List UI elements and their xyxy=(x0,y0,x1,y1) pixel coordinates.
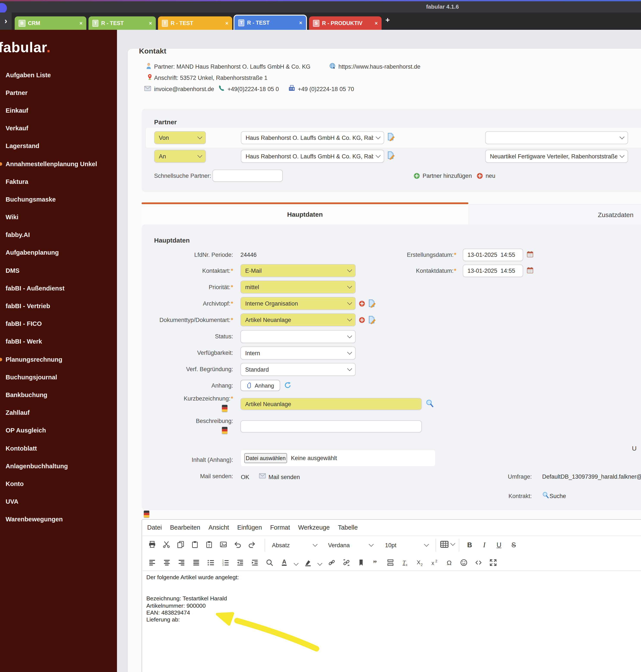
kontaktart-select[interactable]: E-Mail xyxy=(241,264,356,277)
sidebar-item-fabbi-werk[interactable]: fabBI - Werk xyxy=(0,333,117,351)
editor-menu-bearbeiten[interactable]: Bearbeiten xyxy=(170,524,200,531)
kurzbezeichnung-input[interactable]: Artikel Neuanlage xyxy=(241,398,422,410)
editor-menu-datei[interactable]: Datei xyxy=(147,524,162,531)
tab-hauptdaten[interactable]: Hauptdaten xyxy=(141,204,468,224)
table-button[interactable] xyxy=(440,539,449,549)
sidebar-item-fabbi-fico[interactable]: fabBI - FICO xyxy=(0,315,117,332)
list-ol-icon[interactable]: 123 xyxy=(221,557,230,567)
bookmark-icon[interactable] xyxy=(356,557,366,567)
editor-menu-ansicht[interactable]: Ansicht xyxy=(208,524,229,531)
magnifier-icon[interactable] xyxy=(542,492,549,498)
new-partner-button[interactable]: neu xyxy=(477,173,495,179)
align-left-icon[interactable] xyxy=(148,557,157,567)
quick-search-input[interactable] xyxy=(213,169,283,182)
highlight-icon[interactable] xyxy=(303,557,313,567)
verfuegbarkeit-select[interactable]: Intern xyxy=(241,346,356,359)
sidebar-item-planungsrechnung[interactable]: Planungsrechnung xyxy=(0,351,117,368)
sidebar-item-fabbi-vertrieb[interactable]: fabBI - Vertrieb xyxy=(0,297,117,315)
redo-icon[interactable] xyxy=(247,539,256,549)
align-justify-icon[interactable] xyxy=(192,557,201,567)
doc-edit-icon[interactable] xyxy=(387,151,395,160)
sidebar-item-konto[interactable]: Konto xyxy=(0,475,117,493)
bold-button[interactable]: B xyxy=(463,539,476,551)
undo-icon[interactable] xyxy=(233,539,242,549)
page-break-icon[interactable] xyxy=(386,557,395,567)
partner-an-partner-select[interactable]: Haus Rabenhorst O. Lauffs GmbH & Co. KG,… xyxy=(241,150,384,163)
sidebar-item-aufgabenplanung[interactable]: Aufgabenplanung xyxy=(0,244,117,262)
browser-tab-crm[interactable]: BCRM× xyxy=(15,16,86,30)
editor-menu-einf-gen[interactable]: Einfügen xyxy=(237,524,262,531)
sidebar-item-verkauf[interactable]: Verkauf xyxy=(0,119,117,137)
font-family-select[interactable]: Verdana xyxy=(324,539,377,551)
partner-von-partner-select[interactable]: Haus Rabenhorst O. Lauffs GmbH & Co. KG,… xyxy=(241,131,384,144)
sidebar-item-kontoblatt[interactable]: Kontoblatt xyxy=(0,439,117,457)
editor-content[interactable]: Der folgende Artikel wurde angelegt:Beze… xyxy=(146,574,239,624)
browser-tab-r-test[interactable]: TR - TEST× xyxy=(233,15,307,30)
list-ul-icon[interactable] xyxy=(206,557,215,567)
indent-icon[interactable] xyxy=(250,557,259,567)
sidebar-item-dms[interactable]: DMS xyxy=(0,262,117,279)
link-icon[interactable] xyxy=(327,557,336,567)
sidebar-item-bankbuchung[interactable]: Bankbuchung xyxy=(0,386,117,404)
sidebar-item-einkauf[interactable]: Einkauf xyxy=(0,102,117,119)
sidebar-item-buchungsmaske[interactable]: Buchungsmaske xyxy=(0,191,117,208)
doc-edit-icon[interactable] xyxy=(368,299,376,308)
align-center-icon[interactable] xyxy=(162,557,172,567)
calendar-icon[interactable] xyxy=(527,251,533,258)
sidebar-item-annahmestellenplanung-unkel[interactable]: Annahmestellenplanung Unkel xyxy=(0,155,117,173)
partner-an-contact-select[interactable]: Neuartikel Fertigware Verteiler, Rabenho… xyxy=(485,150,628,163)
copy-icon[interactable] xyxy=(176,539,185,549)
paste-text-icon[interactable]: T xyxy=(205,539,214,549)
new-tab-button[interactable]: + xyxy=(385,16,390,25)
sidebar-item-buchungsjournal[interactable]: Buchungsjournal xyxy=(0,368,117,386)
erstellungsdatum-input[interactable]: 13-01-2025 14:55 xyxy=(463,249,523,261)
cut-icon[interactable] xyxy=(162,539,171,549)
sidebar-item-wiki[interactable]: Wiki xyxy=(0,208,117,226)
emoticon-icon[interactable] xyxy=(459,557,468,567)
plus-red-icon[interactable] xyxy=(359,317,365,323)
contact-url[interactable]: https://www.haus-rabenhorst.de xyxy=(338,64,420,70)
sidebar-item-warenbewegungen[interactable]: Warenbewegungen xyxy=(0,510,117,528)
chevron-down-icon[interactable] xyxy=(317,561,323,566)
browser-tab-r-test[interactable]: TR - TEST× xyxy=(158,16,232,30)
chevron-down-icon[interactable] xyxy=(294,561,299,566)
forecolor-icon[interactable]: A xyxy=(280,557,289,567)
font-size-select[interactable]: 10pt xyxy=(381,539,432,551)
kontrakt-suche-link[interactable]: Suche xyxy=(549,493,566,499)
sidebar-item-op-ausgleich[interactable]: OP Ausgleich xyxy=(0,422,117,439)
partner-direction-an-select[interactable]: An xyxy=(154,150,206,163)
sidebar-item-faktura[interactable]: Faktura xyxy=(0,173,117,190)
strikethrough-button[interactable]: S xyxy=(507,539,520,551)
align-right-icon[interactable] xyxy=(177,557,186,567)
file-select-button[interactable]: Datei auswählen xyxy=(244,453,287,463)
underline-button[interactable]: U xyxy=(492,539,505,551)
tab-close-icon[interactable]: × xyxy=(371,20,378,26)
clear-format-icon[interactable]: Tx xyxy=(400,557,410,567)
verf-begruendung-select[interactable]: Standard xyxy=(241,363,356,376)
italic-button[interactable]: I xyxy=(478,539,491,551)
sidebar-item-fabby-ai[interactable]: fabby.AI xyxy=(0,226,117,244)
magnifier-icon[interactable] xyxy=(426,399,434,408)
beschreibung-input[interactable] xyxy=(241,420,422,433)
search-icon[interactable] xyxy=(265,557,274,567)
archivtopf-select[interactable]: Interne Organisation xyxy=(241,297,356,310)
sidebar-item-aufgaben-liste[interactable]: Aufgaben Liste xyxy=(0,66,117,84)
add-partner-button[interactable]: Partner hinzufügen xyxy=(413,173,472,179)
outdent-icon[interactable] xyxy=(236,557,245,567)
editor-menu-tabelle[interactable]: Tabelle xyxy=(338,524,358,531)
kontaktdatum-input[interactable]: 13-01-2025 14:55 xyxy=(463,264,523,277)
contact-email[interactable]: invoice@rabenhorst.de xyxy=(154,86,214,92)
sidebar-item-zahllauf[interactable]: Zahllauf xyxy=(0,404,117,422)
plus-red-icon[interactable] xyxy=(359,300,365,307)
paste-icon[interactable] xyxy=(190,539,200,549)
status-select[interactable] xyxy=(241,330,356,343)
sidebar-item-fabbi-au-endienst[interactable]: fabBI - Außendienst xyxy=(0,279,117,297)
browser-tab-r-test[interactable]: TR - TEST× xyxy=(88,16,156,30)
print-icon[interactable] xyxy=(148,539,157,549)
partner-von-contact-select[interactable] xyxy=(485,131,628,144)
browser-tab-r-produktiv[interactable]: SR - PRODUKTIV× xyxy=(309,16,382,30)
block-format-select[interactable]: Absatz xyxy=(268,539,321,551)
image-icon[interactable] xyxy=(219,539,228,549)
tab-zusatzdaten[interactable]: Zusatzdaten xyxy=(468,204,641,225)
superscript-icon[interactable]: x2 xyxy=(430,557,439,567)
